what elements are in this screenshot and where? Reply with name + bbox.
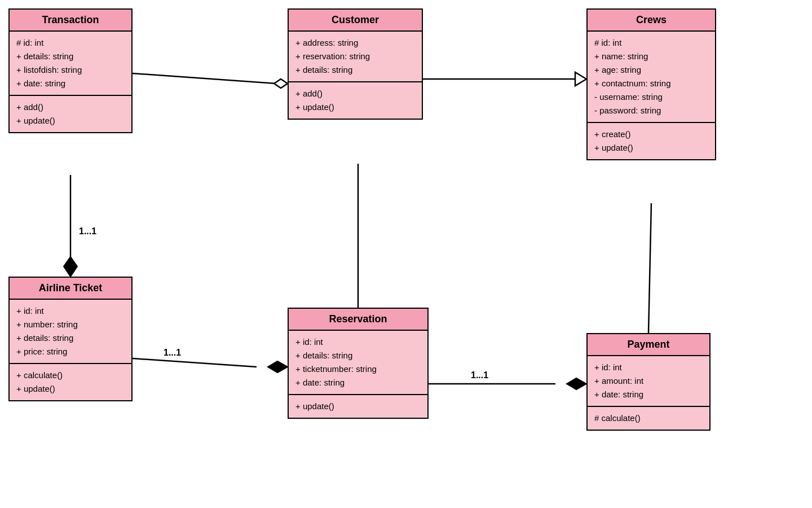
class-customer-header: Customer bbox=[289, 10, 422, 32]
attr: + details: string bbox=[16, 331, 125, 345]
attr: + reservation: string bbox=[295, 50, 415, 63]
uml-diagram: 1...1 1...1 1...1 Transaction # id: int … bbox=[0, 0, 812, 508]
svg-marker-9 bbox=[268, 361, 288, 373]
attr: + date: string bbox=[594, 388, 703, 401]
method: + update() bbox=[16, 114, 125, 128]
svg-marker-3 bbox=[575, 72, 586, 86]
svg-marker-5 bbox=[64, 257, 77, 277]
attr: + address: string bbox=[295, 36, 415, 50]
attr: + listofdish: string bbox=[16, 63, 125, 77]
attr: + details: string bbox=[295, 63, 415, 77]
attr: - username: string bbox=[594, 90, 708, 104]
attr: + ticketnumber: string bbox=[295, 362, 421, 376]
attr: - password: string bbox=[594, 104, 708, 117]
class-payment-title: Payment bbox=[627, 339, 669, 350]
attr: + id: int bbox=[295, 335, 421, 349]
attr: + date: string bbox=[295, 376, 421, 389]
method: + add() bbox=[295, 87, 415, 100]
class-reservation-methods: + update() bbox=[289, 395, 427, 418]
class-transaction-header: Transaction bbox=[10, 10, 131, 32]
attr: + price: string bbox=[16, 345, 125, 358]
svg-text:1...1: 1...1 bbox=[471, 370, 488, 380]
svg-marker-12 bbox=[567, 378, 586, 389]
attr: + id: int bbox=[16, 304, 125, 318]
class-transaction-methods: + add() + update() bbox=[10, 96, 131, 132]
method: + update() bbox=[16, 382, 125, 396]
method: + create() bbox=[594, 128, 708, 141]
class-payment-methods: # calculate() bbox=[588, 407, 709, 430]
class-customer-attributes: + address: string + reservation: string … bbox=[289, 32, 422, 82]
class-crews: Crews # id: int + name: string + age: st… bbox=[586, 8, 716, 160]
attr: # id: int bbox=[16, 36, 125, 50]
class-customer-methods: + add() + update() bbox=[289, 82, 422, 119]
class-reservation-title: Reservation bbox=[329, 313, 387, 325]
class-airline-ticket-methods: + calculate() + update() bbox=[10, 364, 131, 400]
class-crews-header: Crews bbox=[588, 10, 715, 32]
class-airline-ticket-title: Airline Ticket bbox=[39, 282, 103, 294]
attr: + details: string bbox=[16, 50, 125, 63]
attr: + details: string bbox=[295, 349, 421, 362]
attr: + age: string bbox=[594, 63, 708, 77]
class-reservation: Reservation + id: int + details: string … bbox=[288, 308, 429, 419]
attr: + contactnum: string bbox=[594, 77, 708, 90]
class-transaction: Transaction # id: int + details: string … bbox=[8, 8, 133, 133]
class-reservation-attributes: + id: int + details: string + ticketnumb… bbox=[289, 331, 427, 395]
method: + update() bbox=[594, 141, 708, 155]
method: # calculate() bbox=[594, 411, 703, 425]
class-airline-ticket-header: Airline Ticket bbox=[10, 278, 131, 300]
svg-marker-1 bbox=[274, 79, 288, 88]
attr: # id: int bbox=[594, 36, 708, 50]
class-payment-header: Payment bbox=[588, 334, 709, 356]
svg-line-14 bbox=[648, 203, 651, 333]
class-transaction-title: Transaction bbox=[42, 14, 99, 25]
attr: + date: string bbox=[16, 77, 125, 90]
class-payment-attributes: + id: int + amount: int + date: string bbox=[588, 356, 709, 407]
attr: + id: int bbox=[594, 361, 703, 374]
attr: + amount: int bbox=[594, 374, 703, 388]
class-airline-ticket-attributes: + id: int + number: string + details: st… bbox=[10, 300, 131, 364]
class-customer: Customer + address: string + reservation… bbox=[288, 8, 423, 120]
class-airline-ticket: Airline Ticket + id: int + number: strin… bbox=[8, 277, 133, 401]
class-customer-title: Customer bbox=[332, 14, 379, 25]
class-transaction-attributes: # id: int + details: string + listofdish… bbox=[10, 32, 131, 96]
class-crews-methods: + create() + update() bbox=[588, 123, 715, 159]
class-reservation-header: Reservation bbox=[289, 309, 427, 331]
class-crews-title: Crews bbox=[636, 14, 667, 25]
svg-line-8 bbox=[133, 358, 257, 367]
svg-line-0 bbox=[133, 73, 276, 84]
svg-text:1...1: 1...1 bbox=[79, 226, 96, 236]
method: + add() bbox=[16, 100, 125, 114]
class-crews-attributes: # id: int + name: string + age: string +… bbox=[588, 32, 715, 123]
method: + update() bbox=[295, 100, 415, 114]
method: + update() bbox=[295, 400, 421, 413]
attr: + number: string bbox=[16, 318, 125, 331]
class-payment: Payment + id: int + amount: int + date: … bbox=[586, 333, 710, 431]
svg-text:1...1: 1...1 bbox=[164, 348, 181, 357]
method: + calculate() bbox=[16, 369, 125, 382]
attr: + name: string bbox=[594, 50, 708, 63]
